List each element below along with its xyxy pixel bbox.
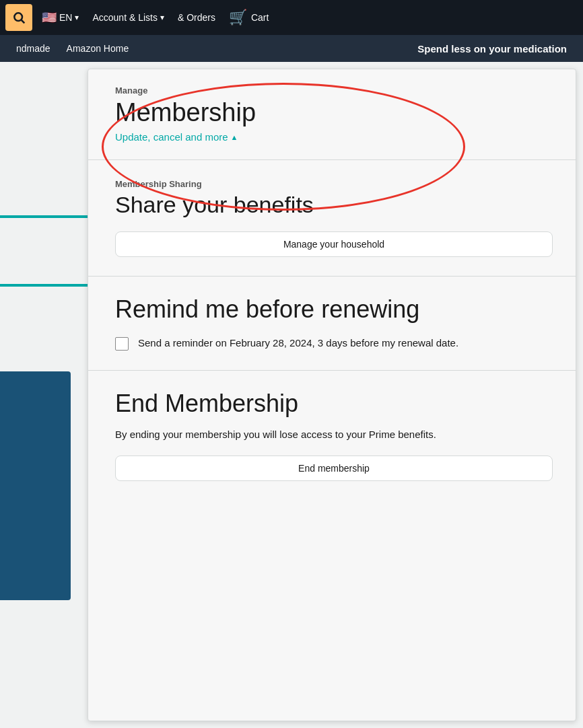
remind-checkbox-label: Send a reminder on February 28, 2024, 3 … [138, 336, 458, 351]
remind-row: Send a reminder on February 28, 2024, 3 … [115, 336, 554, 351]
language-label: EN [59, 12, 72, 23]
manage-household-button[interactable]: Manage your household [115, 231, 553, 257]
membership-dropdown-panel: Manage Membership Update, cancel and mor… [88, 69, 576, 721]
secondary-nav: ndmade Amazon Home Spend less on your me… [0, 35, 583, 62]
update-link-label: Update, cancel and more [115, 131, 228, 143]
svg-point-0 [14, 13, 22, 21]
us-flag-icon: 🇺🇸 [42, 10, 57, 25]
main-content: Manage Membership Update, cancel and mor… [0, 62, 583, 728]
cart-icon: 🛒 [229, 9, 247, 26]
end-membership-title: End Membership [115, 390, 554, 418]
remind-section: Remind me before renewing Send a reminde… [88, 277, 576, 371]
top-nav: 🇺🇸 EN Account & Lists & Orders 🛒 Cart [0, 0, 583, 35]
update-cancel-link[interactable]: Update, cancel and more ▲ [115, 131, 238, 143]
orders-button[interactable]: & Orders [174, 12, 219, 23]
manage-membership-section: Manage Membership Update, cancel and mor… [88, 69, 576, 160]
account-lists-label: Account & Lists [92, 12, 158, 23]
remind-title: Remind me before renewing [115, 295, 554, 324]
search-icon[interactable] [5, 4, 32, 31]
sidebar-accent-line-1 [0, 215, 88, 218]
manage-label: Manage [115, 85, 554, 96]
end-membership-desc: By ending your membership you will lose … [115, 427, 554, 443]
membership-sharing-section: Membership Sharing Share your benefits M… [88, 160, 576, 277]
remind-checkbox[interactable] [115, 337, 129, 351]
nav-item-handmade[interactable]: ndmade [8, 35, 59, 62]
end-membership-button[interactable]: End membership [115, 456, 553, 481]
language-selector[interactable]: 🇺🇸 EN [38, 10, 83, 25]
cart-button[interactable]: 🛒 Cart [225, 9, 273, 26]
nav-item-medication[interactable]: Spend less on your medication [409, 35, 575, 62]
sidebar-teal-block [0, 371, 71, 600]
nav-item-amazon-home[interactable]: Amazon Home [59, 35, 137, 62]
end-membership-section: End Membership By ending your membership… [88, 371, 576, 501]
orders-label: & Orders [178, 12, 215, 23]
sidebar-accent-line-2 [0, 284, 88, 287]
arrow-up-icon: ▲ [231, 133, 238, 141]
share-benefits-title: Share your benefits [115, 192, 554, 218]
svg-line-1 [22, 20, 25, 24]
cart-label: Cart [251, 12, 269, 23]
sharing-label: Membership Sharing [115, 179, 554, 189]
membership-title: Membership [115, 98, 554, 127]
account-lists-button[interactable]: Account & Lists [88, 12, 168, 23]
left-sidebar [0, 62, 88, 728]
